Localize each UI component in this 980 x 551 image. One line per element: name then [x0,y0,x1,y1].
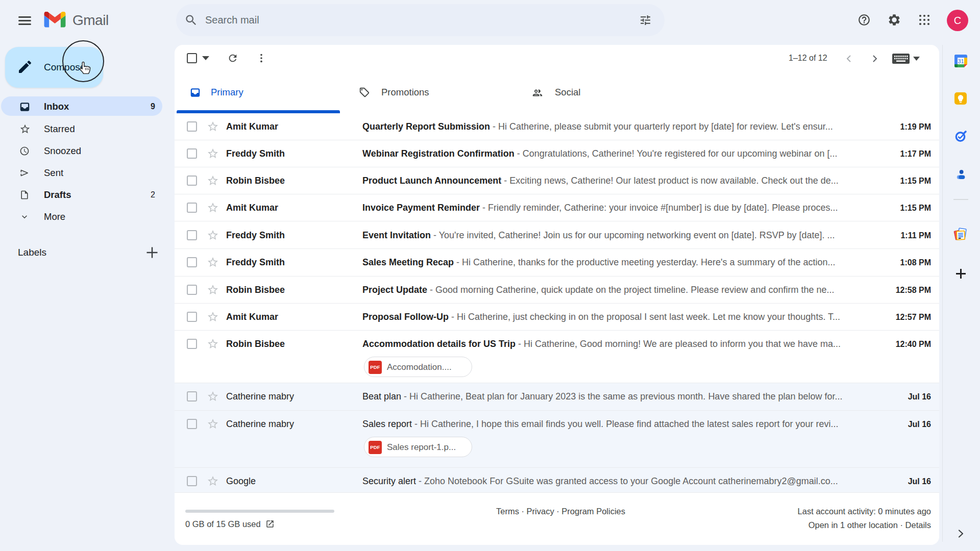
svg-text:31: 31 [958,58,964,64]
